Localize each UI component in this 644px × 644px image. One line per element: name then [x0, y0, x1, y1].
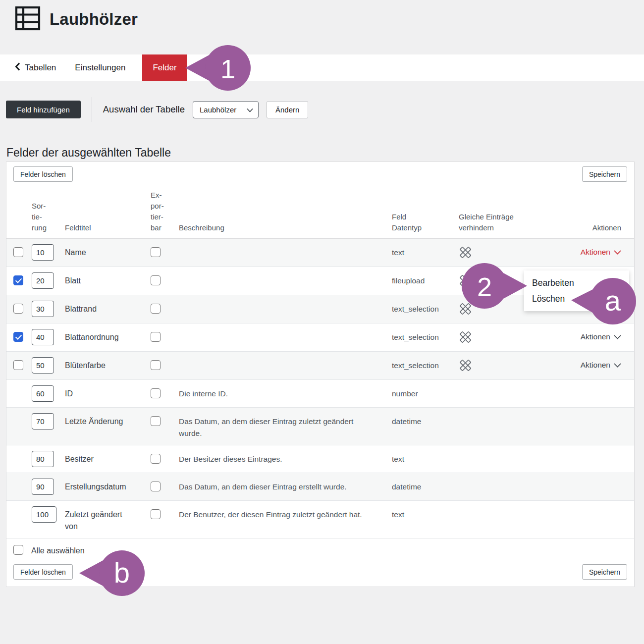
- field-title: Letzte Änderung: [65, 416, 151, 428]
- panel-toolbar: Felder löschen Speichern: [6, 162, 634, 182]
- field-description: Das Datum, an dem dieser Eintrag zuletzt…: [179, 416, 392, 439]
- back-to-tables-link[interactable]: Tabellen: [15, 54, 56, 81]
- field-title: Erstellungsdatum: [65, 481, 151, 493]
- row-select-checkbox[interactable]: [13, 332, 23, 342]
- field-title: Name: [65, 247, 151, 259]
- field-title: ID: [65, 388, 151, 400]
- row-select-checkbox[interactable]: [13, 247, 23, 257]
- tab-felder[interactable]: Felder: [142, 54, 187, 81]
- field-description: Der Besitzer dieses Eintrages.: [179, 453, 392, 465]
- col-title: Feldtitel: [65, 222, 151, 233]
- svg-text:2: 2: [477, 272, 492, 302]
- delete-fields-button-top[interactable]: Felder löschen: [13, 166, 73, 182]
- exportable-checkbox[interactable]: [151, 509, 161, 519]
- table-header-row: Sor- tie- rung Feldtitel Ex- por- tier- …: [6, 182, 634, 239]
- field-title: Blattanordnung: [65, 331, 151, 343]
- sort-order-input[interactable]: [32, 479, 54, 495]
- prevent-duplicates-icon: [459, 330, 573, 346]
- prevent-duplicates-icon: [459, 359, 573, 374]
- callout-a: a: [569, 275, 639, 327]
- table-row: Name text Aktionen: [6, 239, 634, 267]
- field-title: Blatt: [65, 275, 151, 287]
- svg-text:1: 1: [220, 54, 235, 84]
- sort-order-input[interactable]: [32, 451, 54, 467]
- chevron-left-icon: [15, 62, 20, 73]
- actions-dropdown-trigger[interactable]: Aktionen: [581, 332, 621, 341]
- exportable-checkbox[interactable]: [151, 416, 161, 426]
- delete-fields-button-bottom[interactable]: Felder löschen: [13, 564, 73, 580]
- callout-2: 2: [459, 261, 529, 311]
- field-description: Die interne ID.: [179, 388, 392, 400]
- add-field-button[interactable]: Feld hinzufügen: [6, 101, 81, 118]
- sort-order-input[interactable]: [32, 506, 56, 523]
- table-select[interactable]: Laubhölzer: [193, 101, 259, 118]
- table-row: Erstellungsdatum Das Datum, an dem diese…: [6, 473, 634, 501]
- exportable-checkbox[interactable]: [151, 388, 161, 398]
- change-table-button[interactable]: Ändern: [267, 101, 308, 118]
- exportable-checkbox[interactable]: [151, 454, 161, 464]
- field-datatype: number: [392, 388, 459, 400]
- field-datatype: text: [392, 247, 459, 259]
- svg-text:a: a: [605, 284, 621, 317]
- page-title: Laubhölzer: [50, 10, 138, 29]
- save-button-top[interactable]: Speichern: [582, 166, 627, 182]
- field-title: Zuletzt geändert von: [65, 509, 151, 533]
- row-select-checkbox[interactable]: [13, 304, 23, 314]
- exportable-checkbox[interactable]: [151, 482, 161, 491]
- table-select-value: Laubhölzer: [200, 106, 236, 114]
- table-select-label: Auswahl der Tabelle: [103, 104, 185, 115]
- tab-einstellungen[interactable]: Einstellungen: [75, 54, 125, 81]
- tab-bar: Tabellen Einstellungen Felder: [0, 54, 644, 81]
- exportable-checkbox[interactable]: [151, 360, 161, 370]
- sort-order-input[interactable]: [32, 244, 54, 261]
- field-datatype: text_selection: [392, 303, 459, 315]
- field-datatype: text: [392, 453, 459, 465]
- col-description: Beschreibung: [179, 222, 392, 233]
- save-button-bottom[interactable]: Speichern: [582, 564, 627, 580]
- field-datatype: datetime: [392, 416, 459, 428]
- actions-dropdown-trigger[interactable]: Aktionen: [581, 361, 621, 370]
- col-exportable: Ex- por- tier- bar: [151, 190, 179, 233]
- field-datatype: text: [392, 509, 459, 521]
- chevron-down-icon: [247, 106, 253, 114]
- sort-order-input[interactable]: [32, 385, 54, 402]
- actions-dropdown-trigger[interactable]: Aktionen: [581, 248, 621, 257]
- field-datatype: datetime: [392, 481, 459, 493]
- sort-order-input[interactable]: [32, 357, 54, 374]
- page: Laubhölzer Tabellen Einstellungen Felder…: [0, 0, 644, 644]
- table-row: Besitzer Der Besitzer dieses Eintrages. …: [6, 445, 634, 473]
- toolbar-divider: [92, 97, 92, 122]
- col-datatype: Feld Datentyp: [392, 212, 459, 233]
- exportable-checkbox[interactable]: [151, 304, 161, 314]
- sort-order-input[interactable]: [32, 329, 54, 345]
- svg-text:b: b: [114, 556, 130, 589]
- back-label: Tabellen: [25, 63, 56, 73]
- field-title: Blattrand: [65, 303, 151, 315]
- callout-b: b: [77, 548, 147, 598]
- table-row: Blattanordnung text_selection Aktionen: [6, 323, 634, 352]
- prevent-duplicates-icon: [459, 246, 573, 261]
- table-row: Blütenfarbe text_selection Aktionen: [6, 352, 634, 380]
- exportable-checkbox[interactable]: [151, 247, 161, 257]
- field-description: Der Benutzer, der diesen Eintrag zuletzt…: [179, 509, 392, 521]
- table-row: Zuletzt geändert von Der Benutzer, der d…: [6, 501, 634, 538]
- exportable-checkbox[interactable]: [151, 275, 161, 285]
- callout-1: 1: [183, 43, 253, 93]
- exportable-checkbox[interactable]: [151, 332, 161, 342]
- table-row: ID Die interne ID. number: [6, 380, 634, 408]
- col-sort: Sor- tie- rung: [32, 201, 65, 233]
- col-prevent-duplicates: Gleiche Einträge verhindern: [459, 212, 573, 233]
- sort-order-input[interactable]: [32, 413, 54, 429]
- sort-order-input[interactable]: [32, 301, 54, 317]
- field-datatype: text_selection: [392, 360, 459, 372]
- table-icon: [15, 6, 41, 33]
- row-select-checkbox[interactable]: [13, 275, 23, 285]
- field-description: Das Datum, an dem dieser Eintrag erstell…: [179, 481, 392, 493]
- sort-order-input[interactable]: [32, 272, 54, 289]
- row-select-checkbox[interactable]: [13, 360, 23, 370]
- field-title: Blütenfarbe: [65, 360, 151, 372]
- select-all-checkbox[interactable]: [13, 545, 23, 555]
- field-title: Besitzer: [65, 453, 151, 465]
- table-row: Letzte Änderung Das Datum, an dem dieser…: [6, 408, 634, 445]
- select-all-label: Alle auswählen: [31, 546, 85, 555]
